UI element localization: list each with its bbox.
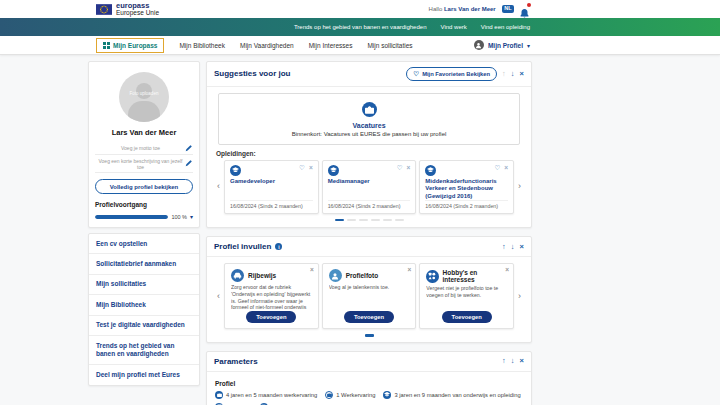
sidebar-item-cv-opstellen[interactable]: Een cv opstellen — [89, 234, 199, 254]
language-badge[interactable]: NL — [502, 5, 514, 14]
close-section-icon[interactable]: × — [520, 357, 524, 365]
profile-menu-label: Mijn Profiel — [488, 42, 523, 49]
stat-onderwijs-duur: 3 jaren en 9 maanden van onderwijs en op… — [383, 391, 520, 399]
move-section-down-icon[interactable]: ↓ — [511, 357, 515, 365]
pagination-dash[interactable] — [371, 219, 380, 222]
greeting-text: Hallo Lars Van der Meer — [429, 6, 496, 12]
move-section-up-icon[interactable]: ↑ — [502, 243, 506, 251]
europass-logo[interactable]: europass Europese Unie — [96, 2, 159, 16]
grid-icon — [103, 42, 110, 49]
graduation-cap-icon — [383, 391, 391, 399]
notification-dot — [527, 3, 531, 7]
pagination-dash[interactable] — [365, 334, 374, 337]
trainings-label: Opleidingen: — [216, 150, 522, 157]
vacancies-card: Vacatures Binnenkort: Vacatures uit EURE… — [218, 93, 520, 145]
trainings-carousel: ‹ ♡ × Gamedeveloper 16/08/202 — [216, 160, 522, 214]
person-icon — [329, 269, 342, 282]
profile-menu[interactable]: Mijn Profiel ▾ — [474, 40, 530, 50]
carousel-next-icon[interactable]: › — [517, 182, 522, 191]
close-section-icon[interactable]: × — [520, 70, 524, 78]
eu-flag-icon — [96, 4, 112, 15]
close-section-icon[interactable]: × — [520, 243, 524, 251]
chevron-down-icon: ▾ — [527, 42, 530, 49]
dismiss-card-icon[interactable]: × — [408, 266, 412, 273]
sidebar-item-sollicitatiebrief[interactable]: Sollicitatiebrief aanmaken — [89, 254, 199, 274]
tab-mijn-europass[interactable]: Mijn Europass — [96, 38, 164, 53]
sidebar-menu: Een cv opstellen Sollicitatiebrief aanma… — [88, 233, 200, 386]
tab-mijn-interesses[interactable]: Mijn Interesses — [309, 42, 353, 49]
vacancies-subtitle: Binnenkort: Vacatures uit EURES die pass… — [227, 131, 511, 137]
sidebar-item-digitale-vaardigheden[interactable]: Test je digitale vaardigheden — [89, 316, 199, 336]
teal-link-trends[interactable]: Trends op het gebied van banen en vaardi… — [294, 24, 427, 30]
training-card[interactable]: ♡ × Middenkaderfunctionaris Verkeer en S… — [419, 160, 514, 214]
pagination-dash[interactable] — [383, 219, 392, 222]
profile-fill-title: Profiel invullen — [214, 242, 271, 251]
profile-fill-card-hobbys: × Hobby's en interesses Vergeet niet je … — [419, 263, 514, 329]
description-placeholder: Voeg een korte beschrijving van jezelf t… — [96, 158, 185, 170]
pencil-icon[interactable] — [185, 160, 192, 167]
card-hint-text: Voeg al je talenkennis toe. — [329, 284, 410, 309]
dismiss-card-icon[interactable]: × — [310, 266, 314, 273]
move-section-up-icon[interactable]: ↑ — [502, 70, 506, 78]
profile-fill-card-profielfoto: × Profielfoto Voeg al je talenkennis toe… — [322, 263, 417, 329]
briefcase-icon — [215, 391, 223, 399]
pencil-icon[interactable] — [185, 145, 192, 152]
favorite-heart-icon[interactable]: ♡ — [299, 165, 305, 172]
info-icon[interactable] — [275, 243, 282, 250]
profile-fill-section: Profiel invullen ↑ ↓ × ‹ × — [206, 236, 532, 343]
profile-summary-card: Foto uploaden Lars Van der Meer Voeg je … — [88, 61, 200, 228]
secondary-nav-bar: Trends op het gebied van banen en vaardi… — [0, 18, 720, 36]
profile-progress-bar — [95, 215, 168, 219]
carousel-next-icon[interactable]: › — [517, 292, 522, 301]
carousel-prev-icon[interactable]: ‹ — [216, 292, 221, 301]
dismiss-card-icon[interactable]: × — [504, 165, 508, 172]
sidebar-user-name: Lars Van der Meer — [95, 128, 193, 137]
tab-mijn-sollicitaties[interactable]: Mijn sollicitaties — [367, 42, 412, 49]
tab-mijn-vaardigheden[interactable]: Mijn Vaardigheden — [240, 42, 294, 49]
dismiss-card-icon[interactable]: × — [505, 266, 509, 273]
view-favorites-button[interactable]: ♡ Mijn Favorieten Bekijken — [406, 67, 497, 81]
motto-field[interactable]: Voeg je motto toe — [95, 142, 193, 155]
greeting-user-name: Lars Van der Meer — [444, 6, 496, 12]
suggestions-title: Suggesties voor jou — [214, 69, 290, 78]
parameters-section: Parameters ↑ ↓ × Profiel 4 jaren en 5 ma… — [206, 351, 532, 405]
pagination-dash[interactable] — [395, 219, 404, 222]
notifications-bell-icon[interactable] — [520, 4, 530, 14]
training-card[interactable]: ♡ × Gamedeveloper 16/08/2024 (Sinds 2 ma… — [224, 160, 319, 214]
tab-mijn-bibliotheek[interactable]: Mijn Bibliotheek — [179, 42, 225, 49]
description-field[interactable]: Voeg een korte beschrijving van jezelf t… — [95, 155, 193, 173]
sidebar-item-sollicitaties[interactable]: Mijn sollicitaties — [89, 275, 199, 295]
dismiss-card-icon[interactable]: × — [407, 165, 411, 172]
view-full-profile-button[interactable]: Volledig profiel bekijken — [95, 179, 193, 194]
teal-link-find-work[interactable]: Vind werk — [440, 24, 466, 30]
dismiss-card-icon[interactable]: × — [309, 165, 313, 172]
toevoegen-button[interactable]: Toevoegen — [246, 311, 296, 323]
move-section-down-icon[interactable]: ↓ — [511, 243, 515, 251]
profile-sidebar: Foto uploaden Lars Van der Meer Voeg je … — [88, 61, 200, 405]
favorite-heart-icon[interactable]: ♡ — [494, 165, 500, 172]
profile-fill-pagination — [216, 334, 522, 337]
pagination-dash[interactable] — [359, 219, 368, 222]
profile-fill-carousel: ‹ × Rijbewijs Zorg ervoor dat de rubriek… — [216, 263, 522, 329]
carousel-prev-icon[interactable]: ‹ — [216, 182, 221, 191]
sidebar-item-trends[interactable]: Trends op het gebied van banen en vaardi… — [89, 336, 199, 365]
toevoegen-button[interactable]: Toevoegen — [442, 311, 492, 323]
favorite-heart-icon[interactable]: ♡ — [397, 165, 403, 172]
pagination-dash[interactable] — [347, 219, 356, 222]
move-section-up-icon[interactable]: ↑ — [502, 357, 506, 365]
training-date: 16/08/2024 (Sinds 2 maanden) — [230, 200, 313, 209]
stat-werkervaring-aantal: 1 Werkervaring — [325, 391, 375, 399]
profile-fill-card-rijbewijs: × Rijbewijs Zorg ervoor dat de rubriek '… — [224, 263, 319, 329]
top-header: europass Europese Unie Hallo Lars Van de… — [0, 0, 720, 18]
pagination-dash[interactable] — [335, 219, 344, 222]
photo-upload-area[interactable]: Foto uploaden — [119, 72, 169, 122]
move-section-down-icon[interactable]: ↓ — [511, 70, 515, 78]
teal-link-find-training[interactable]: Vind een opleiding — [481, 24, 530, 30]
sidebar-item-deel-profiel-eures[interactable]: Deel mijn profiel met Eures — [89, 365, 199, 384]
toevoegen-button[interactable]: Toevoegen — [344, 311, 394, 323]
graduation-cap-icon — [328, 165, 339, 176]
work-icon — [325, 391, 333, 399]
progress-chevron-icon[interactable]: ▾ — [190, 213, 193, 220]
training-card[interactable]: ♡ × Mediamanager 16/08/2024 (Sinds 2 maa… — [322, 160, 417, 214]
sidebar-item-bibliotheek[interactable]: Mijn Bibliotheek — [89, 295, 199, 315]
